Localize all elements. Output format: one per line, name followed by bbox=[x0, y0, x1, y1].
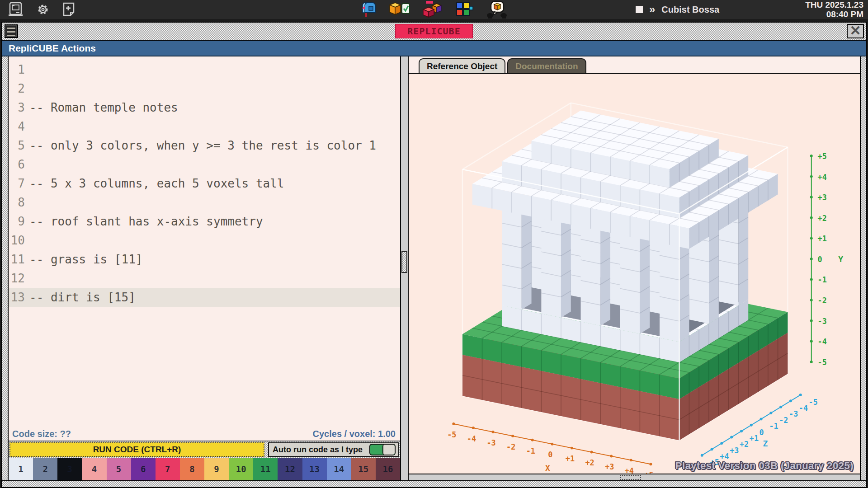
line-code: -- only 3 colors, when y >= 3 the rest i… bbox=[29, 136, 376, 155]
line-number: 6 bbox=[9, 155, 25, 174]
reference-panel: Reference ObjectDocumentation -5-4-3-2-1… bbox=[409, 56, 860, 480]
palette-swatch-16[interactable]: 16 bbox=[376, 458, 400, 480]
code-line-1[interactable]: 1 bbox=[9, 60, 400, 79]
code-line-13[interactable]: 13-- dirt is [15] bbox=[9, 288, 400, 307]
line-number: 5 bbox=[9, 136, 25, 155]
code-editor[interactable]: 123-- Roman temple notes45-- only 3 colo… bbox=[9, 56, 400, 427]
cycles-label: Cycles / voxel: 1.00 bbox=[313, 429, 396, 439]
svg-text:+4: +4 bbox=[625, 466, 634, 474]
reference-tabs: Reference ObjectDocumentation bbox=[409, 56, 860, 73]
svg-text:+3: +3 bbox=[605, 462, 614, 471]
code-line-7[interactable]: 7-- 5 x 3 columns, each 5 voxels tall bbox=[9, 174, 400, 193]
cube-check-icon[interactable] bbox=[389, 1, 410, 18]
clock: THU 2025.1.23 08:40 PM bbox=[805, 0, 863, 19]
palette-swatch-3[interactable]: 3 bbox=[57, 458, 82, 480]
palette-swatch-4[interactable]: 4 bbox=[82, 458, 106, 480]
auto-run-toggle[interactable] bbox=[369, 444, 396, 455]
os-top-bar: » Cubist Bossa THU 2025.1.23 08:40 PM bbox=[0, 0, 868, 19]
svg-text:-4: -4 bbox=[467, 434, 476, 443]
line-number: 2 bbox=[9, 79, 25, 98]
line-number: 11 bbox=[9, 250, 25, 269]
palette-swatch-9[interactable]: 9 bbox=[204, 458, 229, 480]
code-line-5[interactable]: 5-- only 3 colors, when y >= 3 the rest … bbox=[9, 136, 400, 155]
code-line-3[interactable]: 3-- Roman temple notes bbox=[9, 98, 400, 117]
code-line-4[interactable]: 4 bbox=[9, 117, 400, 136]
svg-text:-4: -4 bbox=[818, 337, 827, 346]
code-line-2[interactable]: 2 bbox=[9, 79, 400, 98]
code-line-9[interactable]: 9-- roof slant has x-axis symmetry bbox=[9, 212, 400, 231]
line-number: 4 bbox=[9, 117, 25, 136]
svg-text:-2: -2 bbox=[506, 442, 515, 451]
skip-track-icon[interactable]: » bbox=[649, 3, 655, 16]
editor-scrollbar-thumb[interactable] bbox=[401, 251, 407, 273]
line-code: -- grass is [11] bbox=[29, 250, 142, 269]
code-line-8[interactable]: 8 bbox=[9, 193, 400, 212]
editor-status-bar: Code size: ?? Cycles / voxel: 1.00 bbox=[9, 427, 400, 441]
svg-text:+5: +5 bbox=[644, 470, 653, 474]
line-number: 9 bbox=[9, 212, 25, 231]
topbar-center-icons bbox=[359, 0, 509, 19]
palette-swatch-15[interactable]: 15 bbox=[351, 458, 376, 480]
run-code-button[interactable]: RUN CODE (CTRL+R) bbox=[9, 442, 264, 457]
line-number: 1 bbox=[9, 60, 25, 79]
mascot-cube-icon[interactable] bbox=[486, 0, 509, 19]
svg-text:-1: -1 bbox=[818, 275, 827, 284]
window-menu-icon[interactable] bbox=[5, 24, 18, 38]
line-number: 8 bbox=[9, 193, 25, 212]
svg-text:-1: -1 bbox=[526, 446, 535, 455]
palette-swatch-5[interactable]: 5 bbox=[107, 458, 131, 480]
stop-icon[interactable] bbox=[636, 6, 643, 13]
tab-reference-object[interactable]: Reference Object bbox=[419, 58, 505, 73]
line-number: 12 bbox=[9, 269, 25, 288]
svg-text:+3: +3 bbox=[730, 446, 739, 455]
code-line-11[interactable]: 11-- grass is [11] bbox=[9, 250, 400, 269]
svg-text:+1: +1 bbox=[566, 454, 575, 463]
svg-text:+1: +1 bbox=[818, 234, 827, 243]
palette-swatch-10[interactable]: 10 bbox=[229, 458, 253, 480]
palette-swatch-6[interactable]: 6 bbox=[131, 458, 156, 480]
svg-text:+2: +2 bbox=[818, 214, 827, 223]
palette-swatch-14[interactable]: 14 bbox=[327, 458, 351, 480]
color-grid-icon[interactable] bbox=[455, 1, 474, 18]
svg-text:-2: -2 bbox=[818, 296, 827, 305]
mailbox-icon[interactable] bbox=[359, 1, 377, 18]
viewer-hscrollbar-thumb[interactable] bbox=[620, 475, 641, 480]
palette-swatch-13[interactable]: 13 bbox=[302, 458, 327, 480]
palette-swatch-2[interactable]: 2 bbox=[33, 458, 57, 480]
voxel-viewer[interactable]: -5-4-3-2-10X+1+2+3+4+5-5-4-3-2-10Z+1+2+3… bbox=[409, 73, 860, 474]
code-line-6[interactable]: 6 bbox=[9, 155, 400, 174]
palette-swatch-8[interactable]: 8 bbox=[180, 458, 204, 480]
close-button[interactable]: ✕ bbox=[847, 24, 864, 38]
line-code: -- dirt is [15] bbox=[29, 288, 136, 307]
palette-swatch-11[interactable]: 11 bbox=[253, 458, 278, 480]
svg-text:-2: -2 bbox=[779, 416, 788, 425]
line-code: -- Roman temple notes bbox=[29, 98, 178, 117]
code-size-label: Code size: ?? bbox=[12, 429, 71, 439]
palette-swatch-7[interactable]: 7 bbox=[156, 458, 180, 480]
line-number: 13 bbox=[9, 288, 25, 307]
new-file-icon[interactable] bbox=[62, 2, 75, 17]
window-header-title: RepliCUBE Actions bbox=[9, 43, 96, 54]
tab-documentation[interactable]: Documentation bbox=[507, 58, 586, 73]
svg-text:Z: Z bbox=[763, 439, 768, 448]
svg-text:-1: -1 bbox=[769, 422, 778, 431]
window-bottom-border bbox=[2, 480, 866, 487]
palette-swatch-1[interactable]: 1 bbox=[9, 458, 33, 480]
gear-icon[interactable] bbox=[35, 2, 51, 17]
code-line-10[interactable]: 10 bbox=[9, 231, 400, 250]
editor-scrollbar[interactable] bbox=[400, 56, 409, 480]
svg-text:-3: -3 bbox=[789, 409, 798, 418]
cubes-stack-icon[interactable] bbox=[422, 1, 443, 18]
now-playing: » Cubist Bossa bbox=[636, 3, 719, 16]
track-title: Cubist Bossa bbox=[661, 5, 719, 15]
line-number: 10 bbox=[9, 231, 25, 250]
viewer-hscrollbar[interactable] bbox=[409, 474, 860, 480]
code-line-12[interactable]: 12 bbox=[9, 269, 400, 288]
svg-text:0: 0 bbox=[818, 255, 822, 264]
window-title-bar[interactable]: REPLICUBE ✕ bbox=[2, 23, 866, 41]
palette-swatch-12[interactable]: 12 bbox=[278, 458, 302, 480]
toggle-knob bbox=[382, 445, 395, 455]
line-code: -- roof slant has x-axis symmetry bbox=[29, 212, 263, 231]
window-left-border bbox=[2, 56, 9, 480]
computer-icon[interactable] bbox=[8, 2, 24, 17]
